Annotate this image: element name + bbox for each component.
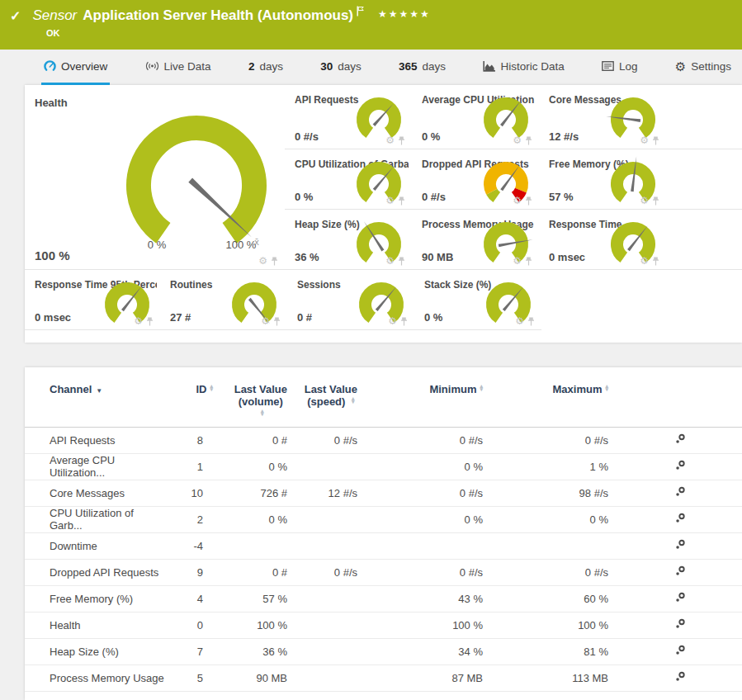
cell-channel: Health	[25, 612, 167, 638]
gear-icon[interactable]: ⚙	[385, 256, 395, 266]
gear-icon[interactable]: ⚙	[640, 256, 649, 266]
tab-365-days[interactable]: 365days	[396, 50, 448, 85]
sort-icon[interactable]: ▴▾	[210, 385, 213, 392]
cell-last_speed	[297, 506, 367, 532]
tab-label: Log	[619, 60, 638, 73]
pin-icon[interactable]	[652, 136, 659, 145]
channel-settings-icon[interactable]	[675, 671, 686, 682]
cell-id: -4	[167, 532, 224, 559]
gauge-tile-response-time: Response Time0 msec⚙	[539, 210, 666, 270]
channel-settings-icon[interactable]	[675, 618, 686, 629]
pin-icon[interactable]	[398, 196, 405, 206]
channel-settings-icon[interactable]	[675, 592, 686, 603]
sort-desc-icon[interactable]: ▼	[96, 387, 102, 395]
channel-settings-icon[interactable]	[675, 433, 686, 444]
table-row-cpu-utilization-of-garb: CPU Utilization of Garb...20 %0 %0 %	[25, 506, 742, 532]
historic-data-icon	[483, 61, 495, 72]
flag-icon[interactable]	[357, 6, 365, 17]
column-header-last-value-volume[interactable]: Last Value(volume)▴▾	[224, 367, 297, 427]
gear-icon[interactable]: ⚙	[258, 256, 267, 266]
gauge-max-label: 100 %	[218, 239, 264, 251]
tile-actions: ⚙	[134, 316, 154, 326]
gear-icon[interactable]: ⚙	[388, 316, 397, 326]
pin-icon[interactable]	[525, 257, 532, 266]
column-header-last-value-speed[interactable]: Last Value(speed) ▴▾	[297, 367, 367, 427]
cell-last_speed	[297, 585, 367, 612]
tile-actions: ⚙	[385, 135, 405, 145]
tab-label: days	[423, 60, 447, 73]
gear-icon[interactable]: ⚙	[515, 316, 524, 326]
tab-historic-data[interactable]: Historic Data	[480, 50, 566, 85]
gauge-value: 27 #	[170, 311, 191, 324]
gear-icon[interactable]: ⚙	[513, 256, 522, 266]
cell-last_volume: 57 %	[224, 585, 297, 612]
tab-number: 2	[248, 60, 255, 73]
sort-icon[interactable]: ▴▾	[261, 409, 264, 417]
pin-icon[interactable]	[525, 136, 532, 145]
tab-number: 30	[320, 60, 333, 73]
pin-icon[interactable]	[527, 317, 535, 326]
cell-max: 98 #/s	[493, 480, 618, 506]
gauge-tile-health: Health x̄ 0 % 100 % 100 % ⚙	[25, 85, 285, 270]
gauge-value: 57 %	[549, 191, 574, 203]
channel-settings-icon[interactable]	[675, 486, 686, 497]
sort-icon[interactable]: ▴▾	[605, 385, 608, 392]
cell-id: 0	[167, 612, 224, 638]
tab-label: Settings	[691, 60, 731, 73]
pin-icon[interactable]	[652, 257, 659, 266]
gear-icon[interactable]: ⚙	[640, 196, 649, 206]
gear-icon[interactable]: ⚙	[261, 316, 270, 326]
tile-actions: ⚙	[640, 256, 659, 266]
gear-icon[interactable]: ⚙	[640, 135, 649, 145]
cell-last_volume: 90 MB	[224, 665, 297, 691]
column-header-minimum[interactable]: Minimum▴▾	[367, 367, 493, 427]
tab-label: Overview	[61, 60, 107, 73]
sort-icon[interactable]: ▴▾	[480, 385, 483, 392]
pin-icon[interactable]	[525, 196, 532, 206]
tile-actions: ⚙	[513, 135, 532, 145]
gear-icon[interactable]: ⚙	[385, 196, 395, 206]
cell-actions	[618, 638, 742, 665]
sort-icon[interactable]: ▴▾	[352, 397, 355, 404]
column-header-channel[interactable]: Channel▼	[25, 367, 167, 427]
gear-icon[interactable]: ⚙	[513, 135, 522, 145]
channel-settings-icon[interactable]	[675, 539, 686, 550]
gear-icon[interactable]: ⚙	[513, 196, 522, 206]
status-badge: OK	[46, 28, 60, 38]
tab-log[interactable]: Log	[599, 50, 640, 85]
gauge-icon	[44, 60, 56, 72]
gauge-value: 0 msec	[35, 311, 71, 324]
cell-actions	[618, 480, 742, 506]
priority-stars[interactable]: ★★★★★	[378, 8, 431, 20]
tab-settings[interactable]: ⚙Settings	[673, 50, 734, 85]
gear-icon[interactable]: ⚙	[385, 135, 395, 145]
pin-icon[interactable]	[398, 136, 405, 145]
channel-settings-icon[interactable]	[675, 565, 686, 576]
channel-settings-icon[interactable]	[675, 513, 686, 523]
gauge-tile-average-cpu-utilization: Average CPU Utilization (%)0 %⚙	[412, 85, 539, 149]
pin-icon[interactable]	[652, 196, 659, 206]
channel-settings-icon[interactable]	[675, 460, 686, 471]
cell-min: 100 %	[367, 612, 493, 638]
pin-icon[interactable]	[273, 317, 281, 326]
channel-settings-icon[interactable]	[675, 645, 686, 655]
status-ok-check-icon: ✓	[10, 8, 21, 24]
gear-icon: ⚙	[675, 60, 686, 73]
column-header-id[interactable]: ID▴▾	[167, 367, 224, 427]
pin-icon[interactable]	[146, 317, 154, 326]
cell-min: 0 %	[367, 506, 493, 532]
pin-icon[interactable]	[400, 317, 408, 326]
tab-2-days[interactable]: 2days	[246, 50, 286, 85]
gauges-panel: Health x̄ 0 % 100 % 100 % ⚙ API Requests…	[25, 85, 742, 343]
table-row-heap-size: Heap Size (%)736 %34 %81 %	[25, 638, 742, 665]
column-header-maximum[interactable]: Maximum▴▾	[493, 367, 618, 427]
tile-actions: ⚙	[513, 196, 532, 206]
cell-channel: Heap Size (%)	[25, 638, 167, 665]
cell-id: 10	[167, 480, 224, 506]
gear-icon[interactable]: ⚙	[134, 316, 143, 326]
pin-icon[interactable]	[271, 257, 278, 266]
tab-live-data[interactable]: Live Data	[143, 50, 214, 85]
tab-overview[interactable]: Overview	[41, 50, 110, 85]
tab-30-days[interactable]: 30days	[318, 50, 364, 85]
pin-icon[interactable]	[398, 257, 405, 266]
